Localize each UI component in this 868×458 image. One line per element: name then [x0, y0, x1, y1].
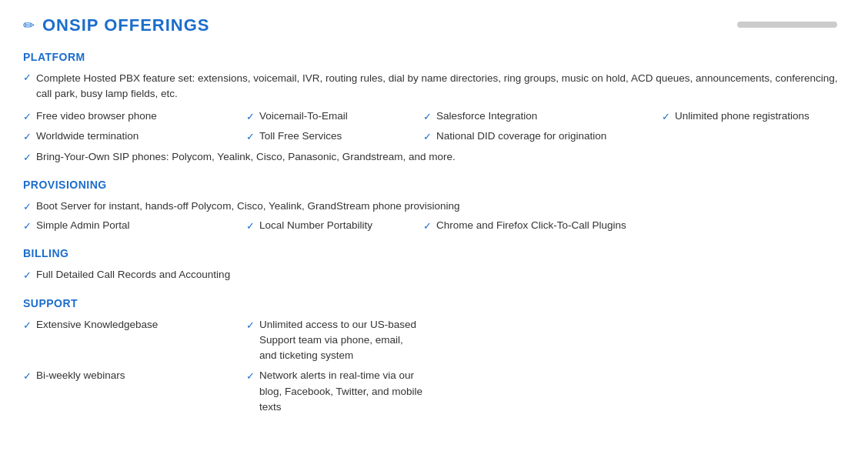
check-item: ✓Extensive Knowledgebase [23, 317, 246, 333]
check-row: ✓Worldwide termination✓Toll Free Service… [23, 129, 845, 145]
check-single: ✓Boot Server for instant, hands-off Poly… [23, 199, 845, 215]
check-item: ✓Worldwide termination [23, 129, 246, 145]
check-icon: ✓ [23, 72, 32, 83]
check-icon: ✓ [423, 109, 432, 125]
check-text: Chrome and Firefox Click-To-Call Plugins [436, 218, 626, 233]
scrollbar[interactable] [737, 22, 837, 28]
check-item: ✓Simple Admin Portal [23, 218, 246, 234]
check-item: ✓Bi-weekly webinars [23, 368, 246, 384]
check-item: ✓Network alerts in real-time via our blo… [246, 368, 423, 415]
section-title-platform: PLATFORM [23, 51, 845, 63]
check-item: ✓Unlimited phone registrations [662, 109, 816, 125]
check-text: Toll Free Services [259, 129, 342, 144]
check-icon: ✓ [23, 219, 32, 234]
check-cell: ✓Network alerts in real-time via our blo… [246, 368, 423, 415]
page-header: ✏ ONSIP OFFERINGS [23, 15, 845, 35]
section-billing: BILLING✓Full Detailed Call Records and A… [23, 247, 845, 283]
check-icon: ✓ [23, 199, 32, 215]
check-item: ✓Free video browser phone [23, 109, 246, 125]
check-item: ✓Unlimited access to our US-based Suppor… [246, 317, 423, 364]
check-icon: ✓ [23, 318, 32, 333]
check-text: Local Number Portability [259, 218, 372, 233]
check-paragraph: ✓Complete Hosted PBX feature set: extens… [23, 71, 845, 102]
check-cell: ✓Toll Free Services [246, 129, 423, 145]
check-cell: ✓Chrome and Firefox Click-To-Call Plugin… [423, 218, 662, 234]
check-text: Bring-Your-Own SIP phones: Polycom, Yeal… [36, 149, 456, 165]
check-cell: ✓Unlimited access to our US-based Suppor… [246, 317, 423, 364]
check-icon: ✓ [423, 219, 432, 234]
check-cell: ✓Simple Admin Portal [23, 218, 246, 234]
check-icon: ✓ [23, 150, 32, 165]
check-text: Voicemail-To-Email [259, 109, 348, 124]
check-row: ✓Bi-weekly webinars✓Network alerts in re… [23, 368, 845, 415]
check-item: ✓Chrome and Firefox Click-To-Call Plugin… [423, 218, 662, 234]
check-item: ✓Salesforce Integration [423, 109, 662, 125]
check-text: Free video browser phone [36, 109, 157, 124]
section-platform: PLATFORM✓Complete Hosted PBX feature set… [23, 51, 845, 165]
check-text: Bi-weekly webinars [36, 368, 125, 383]
check-cell: ✓Unlimited phone registrations [662, 109, 816, 125]
section-support: SUPPORT✓Extensive Knowledgebase✓Unlimite… [23, 297, 845, 416]
check-text: Salesforce Integration [436, 109, 537, 124]
check-item: ✓Local Number Portability [246, 218, 423, 234]
sections-container: PLATFORM✓Complete Hosted PBX feature set… [23, 51, 845, 415]
check-item: ✓Toll Free Services [246, 129, 423, 145]
check-icon: ✓ [246, 129, 255, 145]
check-text: Full Detailed Call Records and Accountin… [36, 267, 230, 282]
check-row: ✓Free video browser phone✓Voicemail-To-E… [23, 109, 845, 125]
section-provisioning: PROVISIONING✓Boot Server for instant, ha… [23, 179, 845, 233]
check-icon: ✓ [246, 369, 255, 384]
check-icon: ✓ [423, 129, 432, 145]
check-item: ✓National DID coverage for origination [423, 129, 662, 145]
check-icon: ✓ [246, 109, 255, 125]
check-icon: ✓ [246, 219, 255, 234]
check-row: ✓Simple Admin Portal✓Local Number Portab… [23, 218, 845, 234]
check-text: Boot Server for instant, hands-off Polyc… [36, 199, 460, 214]
check-cell: ✓Bi-weekly webinars [23, 368, 246, 415]
check-row: ✓Extensive Knowledgebase✓Unlimited acces… [23, 317, 845, 364]
check-text: Complete Hosted PBX feature set: extensi… [36, 71, 845, 102]
check-cell: ✓Salesforce Integration [423, 109, 662, 125]
check-icon: ✓ [23, 109, 32, 125]
check-text: National DID coverage for origination [436, 129, 606, 144]
check-cell: ✓Voicemail-To-Email [246, 109, 423, 125]
check-text: Simple Admin Portal [36, 218, 130, 233]
page-title: ONSIP OFFERINGS [42, 15, 210, 35]
check-single: ✓Bring-Your-Own SIP phones: Polycom, Yea… [23, 149, 845, 165]
check-text: Unlimited access to our US-based Support… [259, 317, 423, 364]
section-title-support: SUPPORT [23, 297, 845, 309]
check-icon: ✓ [662, 109, 670, 125]
edit-icon: ✏ [23, 17, 35, 34]
check-item: ✓Voicemail-To-Email [246, 109, 423, 125]
check-cell: ✓Extensive Knowledgebase [23, 317, 246, 364]
check-text: Worldwide termination [36, 129, 139, 144]
check-icon: ✓ [23, 268, 32, 283]
check-text: Unlimited phone registrations [675, 109, 810, 124]
check-cell: ✓Worldwide termination [23, 129, 246, 145]
check-text: Extensive Knowledgebase [36, 317, 158, 333]
check-cell: ✓Free video browser phone [23, 109, 246, 125]
check-text: Network alerts in real-time via our blog… [259, 368, 423, 415]
check-single: ✓Full Detailed Call Records and Accounti… [23, 267, 845, 283]
check-icon: ✓ [23, 129, 32, 145]
check-cell: ✓Local Number Portability [246, 218, 423, 234]
section-title-provisioning: PROVISIONING [23, 179, 845, 191]
check-cell: ✓National DID coverage for origination [423, 129, 662, 145]
check-icon: ✓ [246, 318, 255, 333]
check-icon: ✓ [23, 369, 32, 384]
section-title-billing: BILLING [23, 247, 845, 259]
